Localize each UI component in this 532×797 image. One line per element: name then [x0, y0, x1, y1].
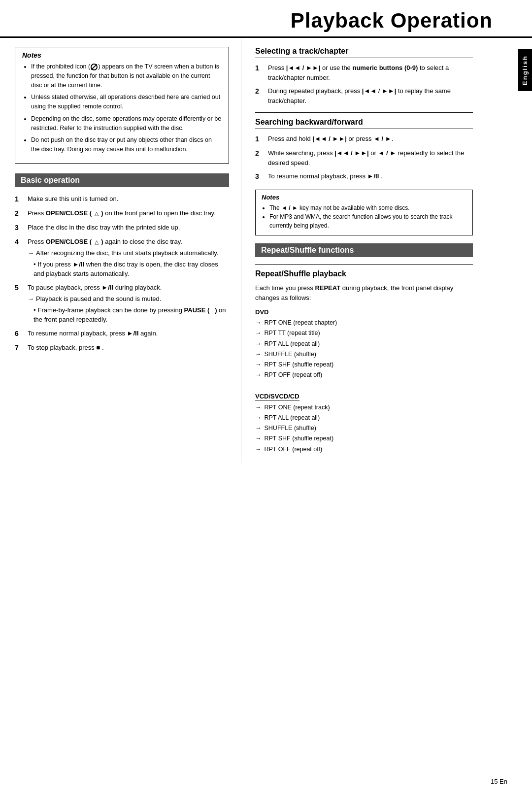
select-step-1: 1 Press |◄◄ / ►►| or use the numeric but…: [255, 63, 473, 82]
left-column: Notes If the prohibited icon () appears …: [0, 38, 241, 464]
notes-item-4: Do not push on the disc tray or put any …: [31, 135, 222, 154]
main-layout: Notes If the prohibited icon () appears …: [0, 38, 532, 464]
step-content-1: Make sure this unit is turned on.: [28, 194, 229, 204]
searching-header: Searching backward/forward: [255, 118, 473, 129]
right-column: Selecting a track/chapter 1 Press |◄◄ / …: [241, 38, 498, 464]
step-num-7: 7: [15, 343, 25, 353]
page-title-bar: Playback Operation: [0, 0, 532, 38]
search-step-num-3: 3: [255, 171, 265, 182]
step-5: 5 To pause playback, press ►/II during p…: [15, 283, 229, 325]
search-step-1: 1 Press and hold |◄◄ / ►►| or press ◄ / …: [255, 134, 473, 144]
step-content-5: To pause playback, press ►/II during pla…: [28, 283, 229, 325]
step-2: 2 Press OPEN/CLOSE ( △ ) on the front pa…: [15, 208, 229, 219]
dvd-item-4: SHUFFLE (shuffle): [255, 349, 473, 360]
vcd-items: RPT ONE (repeat track) RPT ALL (repeat a…: [255, 402, 473, 455]
step-content-2: Press OPEN/CLOSE ( △ ) on the front pane…: [28, 208, 229, 219]
step-num-5: 5: [15, 283, 25, 325]
select-step-num-1: 1: [255, 63, 265, 82]
select-step-num-2: 2: [255, 86, 265, 105]
step-content-7: To stop playback, press ■ .: [28, 343, 229, 353]
page-title: Playback Operation: [0, 9, 493, 33]
notes-box-top: Notes If the prohibited icon () appears …: [15, 47, 229, 164]
dvd-item-6: RPT OFF (repeat off): [255, 370, 473, 380]
step-4-bullet: If you press ►/II when the disc tray is …: [28, 260, 229, 279]
notes-list-search: The ◄ / ► key may not be available with …: [262, 203, 466, 230]
select-step-content-2: During repeated playback, press |◄◄ / ►►…: [268, 86, 473, 105]
notes-search-item-2: For MP3 and WMA, the search function all…: [269, 212, 466, 230]
dvd-label: DVD: [255, 308, 473, 316]
step-5-bullet: Frame-by-frame playback can be done by p…: [28, 305, 229, 325]
search-step-content-2: While searching, press |◄◄ / ►►| or ◄ / …: [268, 148, 473, 167]
divider-2: [255, 264, 473, 265]
vcd-item-4: RPT SHF (shuffle repeat): [255, 433, 473, 444]
notes-search-item-1: The ◄ / ► key may not be available with …: [269, 203, 466, 212]
step-7: 7 To stop playback, press ■ .: [15, 343, 229, 353]
prohibited-icon: [91, 64, 98, 70]
search-step-num-2: 2: [255, 148, 265, 167]
search-step-num-1: 1: [255, 134, 265, 144]
step-num-2: 2: [15, 208, 25, 219]
search-step-2: 2 While searching, press |◄◄ / ►►| or ◄ …: [255, 148, 473, 167]
step-3: 3 Place the disc in the disc tray with t…: [15, 223, 229, 233]
basic-operation-steps: 1 Make sure this unit is turned on. 2 Pr…: [15, 194, 229, 353]
dvd-item-5: RPT SHF (shuffle repeat): [255, 360, 473, 370]
vcd-item-3: SHUFFLE (shuffle): [255, 423, 473, 433]
selecting-track-header: Selecting a track/chapter: [255, 47, 473, 58]
dvd-item-2: RPT TT (repeat title): [255, 328, 473, 338]
notes-list-top: If the prohibited icon () appears on the…: [22, 62, 222, 154]
vcd-label: VCD/SVCD/CD: [255, 393, 299, 400]
step-5-arrow: Playback is paused and the sound is mute…: [28, 294, 229, 304]
basic-operation-header: Basic operation: [15, 173, 229, 187]
selecting-track-steps: 1 Press |◄◄ / ►►| or use the numeric but…: [255, 63, 473, 105]
step-4: 4 Press OPEN/CLOSE ( △ ) again to close …: [15, 237, 229, 279]
notes-item-3: Depending on the disc, some operations m…: [31, 114, 222, 133]
search-step-content-1: Press and hold |◄◄ / ►►| or press ◄ / ►.: [268, 134, 473, 144]
notes-item-1: If the prohibited icon () appears on the…: [31, 62, 222, 90]
step-num-3: 3: [15, 223, 25, 233]
step-content-3: Place the disc in the disc tray with the…: [28, 223, 229, 233]
search-step-content-3: To resume normal playback, press ►/II .: [268, 171, 473, 182]
notes-item-2: Unless stated otherwise, all operations …: [31, 93, 222, 111]
dvd-item-1: RPT ONE (repeat chapter): [255, 318, 473, 328]
step-6: 6 To resume normal playback, press ►/II …: [15, 329, 229, 339]
search-step-3: 3 To resume normal playback, press ►/II …: [255, 171, 473, 182]
step-num-6: 6: [15, 329, 25, 339]
eject-icon-4: △: [95, 238, 99, 246]
vcd-item-2: RPT ALL (repeat all): [255, 413, 473, 423]
step-4-arrow: After recognizing the disc, this unit st…: [28, 248, 229, 258]
dvd-item-3: RPT ALL (repeat all): [255, 339, 473, 349]
notes-title-top: Notes: [22, 51, 222, 59]
language-tab: English: [518, 49, 532, 91]
select-step-content-1: Press |◄◄ / ►►| or use the numeric butto…: [268, 63, 473, 82]
divider-1: [255, 112, 473, 113]
searching-steps: 1 Press and hold |◄◄ / ►►| or press ◄ / …: [255, 134, 473, 182]
vcd-label-wrapper: VCD/SVCD/CD: [255, 387, 473, 402]
repeat-shuffle-subheader: Repeat/Shuffle playback: [255, 269, 473, 280]
vcd-item-1: RPT ONE (repeat track): [255, 402, 473, 413]
step-content-6: To resume normal playback, press ►/II ag…: [28, 329, 229, 339]
repeat-intro: Each time you press REPEAT during playba…: [255, 283, 473, 302]
step-num-4: 4: [15, 237, 25, 279]
step-1: 1 Make sure this unit is turned on.: [15, 194, 229, 204]
select-step-2: 2 During repeated playback, press |◄◄ / …: [255, 86, 473, 105]
page-number: 15 En: [491, 778, 507, 785]
step-content-4: Press OPEN/CLOSE ( △ ) again to close th…: [28, 237, 229, 279]
notes-title-search: Notes: [262, 194, 466, 201]
notes-box-search: Notes The ◄ / ► key may not be available…: [255, 190, 473, 235]
step-num-1: 1: [15, 194, 25, 204]
vcd-item-5: RPT OFF (repeat off): [255, 444, 473, 455]
dvd-items: RPT ONE (repeat chapter) RPT TT (repeat …: [255, 318, 473, 381]
eject-icon-2: △: [95, 209, 99, 218]
repeat-shuffle-header: Repeat/Shuffle functions: [255, 243, 473, 257]
